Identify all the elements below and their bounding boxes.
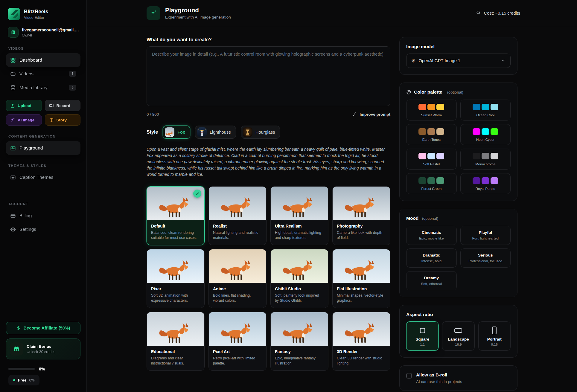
palette-swatches bbox=[418, 153, 444, 159]
prompt-input[interactable] bbox=[147, 46, 390, 106]
story-button[interactable]: Story bbox=[45, 114, 81, 126]
style-tab-lighthouse[interactable]: Lighthouse bbox=[195, 126, 236, 139]
style-card-description: High detail, dramatic lighting and sharp… bbox=[275, 230, 324, 241]
sidebar-item-playground[interactable]: Playground bbox=[6, 141, 80, 155]
style-card-pixar[interactable]: PixarSoft 3D animation with expressive c… bbox=[147, 249, 205, 308]
page-title: Playground bbox=[165, 7, 231, 14]
style-card-thumbnail bbox=[209, 249, 266, 283]
style-card-description: Soft 3D animation with expressive charac… bbox=[151, 293, 200, 303]
color-swatch bbox=[436, 153, 444, 159]
palette-swatches bbox=[473, 128, 498, 135]
image-model-select[interactable]: ✳ OpenAI GPT-Image 1 bbox=[406, 54, 511, 68]
claim-bonus-card[interactable]: Claim Bonus Unlock 30 credits bbox=[6, 338, 80, 359]
style-card-thumbnail bbox=[209, 187, 266, 220]
style-card-ultra-realism[interactable]: Ultra RealismHigh detail, dramatic light… bbox=[270, 186, 328, 245]
user-account[interactable]: fivegamerscouncil@gmail.com Owner bbox=[6, 27, 80, 38]
palette-ocean-cool[interactable]: Ocean Cool bbox=[460, 100, 511, 121]
style-card-photography[interactable]: PhotographyCamera-like look with depth o… bbox=[332, 186, 390, 245]
image-model-card: Image model ✳ OpenAI GPT-Image 1 bbox=[399, 37, 517, 75]
style-card-anime[interactable]: AnimeBold lines, flat shading, vibrant c… bbox=[208, 249, 267, 308]
color-swatch bbox=[473, 177, 480, 184]
palette-forest-green[interactable]: Forest Green bbox=[406, 173, 457, 194]
upload-button[interactable]: Upload bbox=[6, 100, 42, 111]
mood-cinematic[interactable]: CinematicEpic, movie-like bbox=[406, 226, 457, 245]
mood-description: Soft, ethereal bbox=[409, 282, 454, 286]
ai-image-button[interactable]: AI Image bbox=[6, 114, 42, 126]
broll-checkbox[interactable] bbox=[406, 373, 412, 379]
style-card-title: 3D Render bbox=[337, 349, 386, 354]
cost-indicator: Cost: ~0.15 credits bbox=[476, 10, 520, 16]
palette-swatches bbox=[418, 177, 444, 184]
style-card-realist[interactable]: RealistNatural lighting and realistic ma… bbox=[208, 186, 267, 245]
app-logo-row: BlitzReels Video Editor bbox=[6, 8, 80, 20]
style-card-thumbnail bbox=[209, 312, 266, 346]
style-tab-hourglass[interactable]: Hourglass bbox=[241, 126, 280, 139]
record-button[interactable]: Record bbox=[45, 100, 81, 111]
palette-name: Royal Purple bbox=[476, 187, 495, 190]
char-counter: 0 / 800 bbox=[147, 112, 159, 117]
palette-earth-tones[interactable]: Earth Tones bbox=[406, 124, 457, 145]
style-card-title: Flat Illustration bbox=[337, 286, 386, 291]
sidebar-item-label: Media Library bbox=[19, 85, 48, 90]
palette-sunset-warm[interactable]: Sunset Warm bbox=[406, 100, 457, 121]
sidebar-item-dashboard[interactable]: Dashboard bbox=[6, 53, 80, 67]
style-tab-fox[interactable]: Fox bbox=[163, 126, 190, 139]
improve-prompt-button[interactable]: Improve prompt bbox=[352, 112, 390, 117]
folder-icon bbox=[10, 71, 16, 77]
aspect-name: Square bbox=[415, 337, 429, 341]
sidebar-item-caption-themes[interactable]: Caption Themes bbox=[6, 170, 80, 184]
color-swatch bbox=[491, 104, 498, 110]
mood-dramatic[interactable]: DramaticIntense, bold bbox=[406, 248, 457, 268]
style-tab-label: Hourglass bbox=[255, 130, 275, 135]
color-swatch bbox=[427, 153, 435, 159]
color-swatch bbox=[418, 153, 426, 159]
style-card-thumbnail bbox=[271, 187, 328, 220]
style-card-educational[interactable]: EducationalDiagrams and clear instructio… bbox=[147, 312, 205, 371]
quick-actions: Upload Record AI Image Story bbox=[6, 100, 80, 126]
generation-settings-panel: Image model ✳ OpenAI GPT-Image 1 Color p… bbox=[399, 37, 517, 392]
style-card-fantasy[interactable]: FantasyEpic, imaginative fantasy illustr… bbox=[270, 312, 328, 371]
mood-name: Dramatic bbox=[409, 253, 454, 257]
palette-name: Ocean Cool bbox=[476, 113, 494, 117]
aspect-ratio-card: Aspect ratio Square1:1Landscape16:9Portr… bbox=[399, 305, 517, 358]
palette-swatches bbox=[418, 128, 444, 135]
style-card-title: Ultra Realism bbox=[275, 224, 324, 228]
user-role: Owner bbox=[22, 33, 80, 37]
style-card-ghibli-studio[interactable]: Ghibli StudioSoft, painterly look inspir… bbox=[270, 249, 328, 308]
style-card-thumbnail bbox=[147, 312, 204, 346]
style-card-description: Diagrams and clear instructional visuals… bbox=[151, 356, 200, 366]
style-tab-row: Style Fox Lighthouse Hourglass bbox=[147, 126, 390, 139]
sidebar-item-settings[interactable]: Settings bbox=[6, 222, 80, 236]
mood-playful[interactable]: PlayfulFun, lighthearted bbox=[460, 226, 511, 245]
palette-neon-cyber[interactable]: Neon Cyber bbox=[460, 124, 511, 145]
aspect-portrait[interactable]: Portrait9:16 bbox=[478, 321, 511, 351]
style-tab-label: Fox bbox=[177, 130, 185, 135]
style-card-default[interactable]: DefaultBalanced, clean rendering suitabl… bbox=[147, 186, 205, 245]
aspect-square[interactable]: Square1:1 bbox=[406, 321, 439, 351]
sidebar-item-billing[interactable]: Billing bbox=[6, 209, 80, 222]
sparkles-icon bbox=[352, 112, 357, 117]
style-card-3d-render[interactable]: 3D RenderClean 3D render with studio lig… bbox=[332, 312, 390, 371]
mood-dreamy[interactable]: DreamySoft, ethereal bbox=[406, 271, 457, 290]
palette-monochrome[interactable]: Monochrome bbox=[460, 149, 511, 170]
sidebar-item-media-library[interactable]: Media Library 6 bbox=[6, 81, 80, 94]
color-swatch bbox=[482, 153, 489, 159]
mood-serious[interactable]: SeriousProfessional, focused bbox=[460, 248, 511, 268]
palette-name: Monochrome bbox=[475, 162, 495, 166]
become-affiliate-button[interactable]: Become Affiliate (50%) bbox=[6, 322, 80, 334]
aspect-landscape[interactable]: Landscape16:9 bbox=[442, 321, 474, 351]
aspect-ratio-value: 9:16 bbox=[491, 343, 498, 346]
palette-soft-pastel[interactable]: Soft Pastel bbox=[406, 149, 457, 170]
mood-name: Dreamy bbox=[409, 276, 454, 280]
portrait-icon bbox=[492, 327, 497, 334]
plan-badge[interactable]: Free 0% bbox=[8, 375, 39, 385]
palette-royal-purple[interactable]: Royal Purple bbox=[460, 173, 511, 194]
style-card-thumbnail bbox=[333, 187, 390, 220]
style-card-flat-illustration[interactable]: Flat IllustrationMinimal shapes, vector-… bbox=[332, 249, 390, 308]
affiliate-label: Become Affiliate (50%) bbox=[24, 326, 70, 330]
style-card-pixel-art[interactable]: Pixel ArtRetro pixel-art with limited pa… bbox=[208, 312, 267, 371]
square-icon bbox=[420, 328, 425, 333]
sidebar-item-videos[interactable]: Videos 1 bbox=[6, 67, 80, 81]
palette-swatches bbox=[473, 104, 498, 110]
color-swatch bbox=[491, 177, 498, 184]
